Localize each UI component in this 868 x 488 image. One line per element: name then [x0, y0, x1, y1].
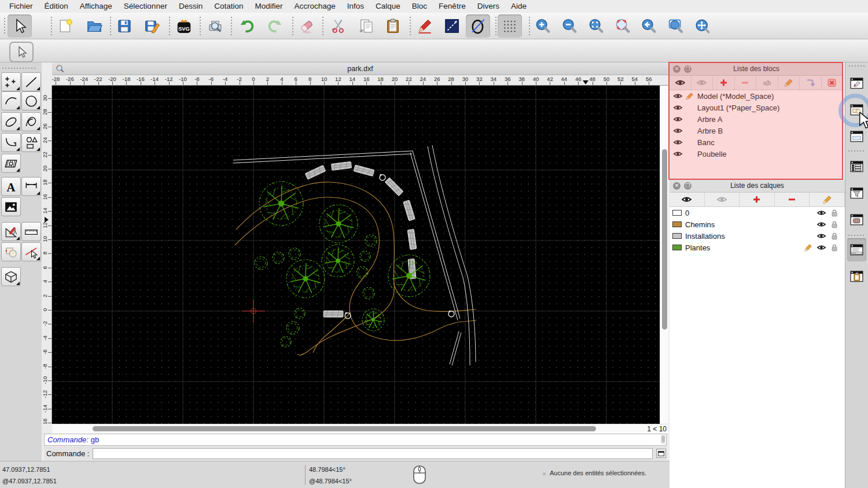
block-list-dock-button[interactable]	[847, 98, 866, 121]
menu-cotation[interactable]: Cotation	[208, 0, 249, 13]
menu-selectionner[interactable]: Sélectionner	[118, 0, 173, 13]
print-preview-button[interactable]	[203, 14, 227, 38]
file-open-button[interactable]	[82, 14, 106, 38]
svg-export-button[interactable]: SVG	[172, 14, 196, 38]
draw-line-button[interactable]	[21, 72, 41, 91]
insert-block-button[interactable]	[800, 76, 822, 90]
modify-tools-button[interactable]	[1, 222, 21, 241]
layer-list-dock-button[interactable]	[847, 125, 866, 148]
zoom-auto-button[interactable]	[584, 14, 608, 38]
vertical-scrollbar-thumb[interactable]	[662, 149, 667, 330]
lock-icon[interactable]	[830, 209, 840, 217]
cursor-button[interactable]	[8, 14, 32, 38]
line-square-button[interactable]	[440, 14, 464, 38]
paste-button[interactable]	[381, 14, 405, 38]
layer-row[interactable]: Plantes	[670, 242, 845, 253]
draw-polyline-button[interactable]	[1, 133, 21, 152]
edit-block-button[interactable]	[778, 76, 800, 90]
block-row[interactable]: Model (*Model_Space)	[670, 90, 843, 102]
measurement-dock-button[interactable]	[847, 208, 866, 231]
layer-panel-header[interactable]: ✕ ❐ Liste des calques	[670, 179, 845, 193]
block-row[interactable]: Arbre B	[670, 125, 843, 136]
palette-drag-handle[interactable]	[2, 68, 36, 69]
menu-divers[interactable]: Divers	[472, 0, 505, 13]
zoom-selection-button[interactable]	[610, 14, 635, 38]
command-line-dock-button[interactable]	[847, 238, 866, 261]
lock-icon[interactable]	[830, 232, 840, 240]
dock-drag-handle[interactable]	[849, 65, 865, 66]
horizontal-scrollbar[interactable]	[52, 424, 641, 434]
redo-button[interactable]	[263, 14, 287, 38]
detach-icon[interactable]: ❐	[684, 65, 692, 73]
select-tools-button[interactable]	[21, 242, 41, 261]
draw-dimension-button[interactable]	[21, 177, 41, 196]
block-panel-header[interactable]: ✕ ❐ Liste des blocs	[670, 62, 843, 76]
layer-row[interactable]: 0	[670, 207, 845, 219]
rename-block-button[interactable]: a|b	[756, 76, 778, 90]
eye-icon[interactable]	[673, 103, 683, 112]
horizontal-scrollbar-thumb[interactable]	[93, 426, 596, 431]
zoom-out-button[interactable]	[557, 14, 582, 38]
command-options-button[interactable]	[656, 449, 666, 458]
layer-color-swatch[interactable]	[672, 210, 682, 216]
show-block-button[interactable]	[670, 76, 692, 90]
show-layer-button[interactable]	[670, 193, 705, 206]
block-row[interactable]: Poubelle	[670, 148, 843, 160]
add-block-button[interactable]	[713, 76, 735, 90]
current-tool-button[interactable]	[9, 42, 34, 62]
grid-button[interactable]	[498, 14, 522, 38]
menu-dessin[interactable]: Dessin	[173, 0, 208, 13]
drawing-canvas[interactable]	[52, 86, 660, 424]
block-tools-button[interactable]	[1, 242, 21, 261]
hide-layer-button[interactable]	[705, 193, 740, 206]
command-history-scrollbar-thumb[interactable]	[661, 435, 665, 443]
command-input[interactable]	[93, 448, 653, 459]
cut-button[interactable]	[326, 14, 351, 38]
eye-icon[interactable]	[673, 150, 683, 158]
eye-icon[interactable]	[816, 243, 826, 252]
menu-affichage[interactable]: Affichage	[74, 0, 118, 13]
menu-accrochage[interactable]: Accrochage	[288, 0, 341, 13]
menu-edition[interactable]: Édition	[39, 0, 74, 13]
menu-fichier[interactable]: Fichier	[3, 0, 39, 13]
eye-icon[interactable]	[816, 220, 826, 228]
eye-icon[interactable]	[673, 127, 683, 135]
file-new-button[interactable]	[53, 14, 78, 38]
draw-hatch-button[interactable]	[1, 154, 21, 173]
clipboard-dock-button[interactable]	[847, 265, 866, 288]
menu-calque[interactable]: Calque	[370, 0, 406, 13]
file-save-button[interactable]	[112, 14, 137, 38]
detach-icon[interactable]: ❐	[684, 182, 692, 190]
draw-text-button[interactable]: A	[1, 177, 21, 196]
menu-bloc[interactable]: Bloc	[406, 0, 433, 13]
draw-circle-button[interactable]	[21, 91, 41, 110]
draw-point-button[interactable]	[1, 72, 21, 91]
layer-color-swatch[interactable]	[672, 245, 682, 250]
eye-icon[interactable]	[673, 138, 683, 146]
document-title-bar[interactable]: park.dxf	[52, 62, 668, 75]
menu-infos[interactable]: Infos	[341, 0, 370, 13]
close-icon[interactable]: ✕	[673, 182, 681, 190]
solid-tools-button[interactable]	[1, 267, 21, 286]
freehand-button[interactable]	[413, 14, 437, 38]
copy-button[interactable]	[354, 14, 378, 38]
selection-filter-dock-button[interactable]	[847, 182, 866, 205]
layer-row[interactable]: Installations	[670, 230, 845, 242]
lock-icon[interactable]	[830, 220, 840, 228]
zoom-in-button[interactable]	[531, 14, 555, 38]
property-editor-dock-button[interactable]	[847, 155, 866, 178]
library-browser-dock-button[interactable]	[847, 72, 866, 95]
edit-layer-button[interactable]	[810, 193, 845, 206]
menu-modifier[interactable]: Modifier	[249, 0, 288, 13]
eye-icon[interactable]	[673, 115, 683, 123]
toolbar-drag-handle[interactable]	[4, 18, 5, 34]
block-row[interactable]: Arbre A	[670, 113, 843, 125]
ellipse-slash-button[interactable]	[466, 14, 490, 38]
vertical-scrollbar[interactable]	[660, 86, 668, 424]
delete-block-button[interactable]	[822, 76, 844, 90]
menu-fenetre[interactable]: Fenêtre	[433, 0, 472, 13]
measure-tools-button[interactable]	[21, 222, 41, 241]
remove-block-button[interactable]	[735, 76, 757, 90]
erase-button[interactable]	[295, 14, 319, 38]
draw-ellipse-button[interactable]	[1, 112, 21, 131]
